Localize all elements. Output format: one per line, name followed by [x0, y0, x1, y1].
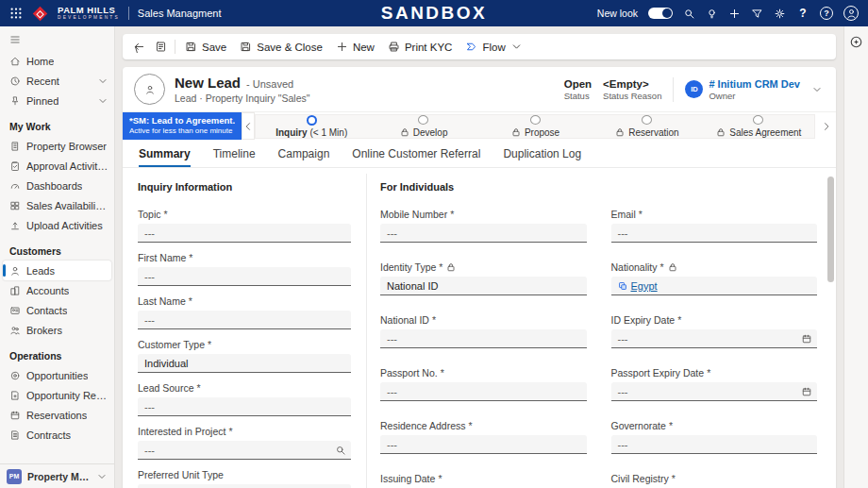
owner-avatar: ID — [685, 80, 703, 98]
new-look-toggle[interactable] — [648, 8, 673, 19]
chevron-down-icon[interactable] — [97, 95, 108, 107]
area-switcher[interactable]: PM Property Manage... — [0, 463, 114, 488]
copilot-icon[interactable] — [849, 35, 863, 488]
app-name[interactable]: Sales Managment — [138, 8, 222, 19]
identity-type-input[interactable]: National ID — [380, 277, 587, 295]
user-avatar[interactable] — [843, 6, 859, 21]
status-field: Open Status — [564, 78, 592, 101]
page-title: New Lead — [175, 75, 241, 91]
email-input[interactable]: --- — [611, 224, 818, 243]
chevron-down-icon — [510, 41, 523, 53]
last-name-input[interactable]: --- — [138, 311, 351, 329]
form-body: Inquiry Information Topic* --- First Nam… — [123, 168, 836, 488]
app-launcher-icon[interactable] — [9, 7, 23, 20]
bpf-stage-propose[interactable]: Propose — [479, 115, 591, 138]
sidebar-item-accounts[interactable]: Accounts — [0, 280, 114, 300]
tab-timeline[interactable]: Timeline — [213, 147, 256, 167]
header-divider — [673, 77, 674, 102]
sidebar-item-leads[interactable]: Leads — [3, 261, 111, 280]
filter-icon[interactable] — [751, 8, 763, 20]
print-kyc-button[interactable]: Print KYC — [381, 37, 459, 57]
calendar-icon — [9, 410, 21, 421]
search-icon[interactable] — [335, 445, 346, 456]
new-button[interactable]: New — [329, 37, 381, 57]
search-icon[interactable] — [683, 8, 695, 20]
sidebar-item-pinned[interactable]: Pinned — [0, 91, 114, 110]
bpf-stage-inquiry[interactable]: Inquiry (< 1 Min) — [256, 115, 367, 138]
business-process-flow: *SM: Lead to Agreement... Active for les… — [123, 111, 836, 141]
sidebar-item-property-browser[interactable]: Property Browser — [0, 136, 114, 156]
field-passport-no: Passport No.* --- — [380, 367, 587, 401]
nationality-input[interactable]: Egypt — [611, 277, 818, 295]
chevron-down-icon[interactable] — [97, 76, 108, 87]
first-name-input[interactable]: --- — [138, 267, 351, 286]
sidebar-section-my-work: My Work — [0, 110, 114, 136]
id-expiry-date-input[interactable]: --- — [611, 329, 818, 348]
sidebar-item-dashboards[interactable]: Dashboards — [0, 176, 114, 195]
tab-duplication-log[interactable]: Duplication Log — [503, 147, 581, 167]
required-marker: * — [208, 339, 211, 350]
header-chevron-icon[interactable] — [811, 84, 823, 95]
bpf-collapse-button[interactable] — [242, 112, 255, 140]
gear-icon[interactable] — [774, 8, 786, 20]
bpf-stage-sales-agreement[interactable]: Sales Agreement — [703, 115, 814, 138]
bpf-next-button[interactable] — [821, 112, 832, 141]
sidebar-item-home[interactable]: Home — [0, 51, 114, 71]
field-governorate: Governorate* --- — [611, 420, 818, 454]
field-email: Email* --- — [611, 209, 818, 243]
residence-address-input[interactable]: --- — [380, 435, 587, 454]
gauge-icon — [9, 180, 21, 192]
sidebar-item-opportunity-requests[interactable]: Opportunity Requ... — [0, 385, 114, 405]
sidebar-item-brokers[interactable]: Brokers — [0, 320, 114, 340]
save-button[interactable]: Save — [178, 37, 233, 57]
command-bar: Save Save & Close New Print KYC Flow — [123, 34, 836, 59]
site-map-sidebar: Home Recent Pinned My Work Property Brow… — [0, 26, 115, 488]
lead-source-input[interactable]: --- — [138, 397, 351, 416]
bpf-active-stage-flyout[interactable]: *SM: Lead to Agreement... Active for les… — [123, 112, 242, 140]
calendar-icon[interactable] — [801, 386, 812, 397]
plus-icon[interactable] — [728, 8, 741, 20]
topic-input[interactable]: --- — [138, 224, 351, 243]
field-last-name: Last Name* --- — [138, 295, 351, 329]
sidebar-item-approval-activities[interactable]: Approval Activities — [0, 156, 114, 176]
passport-no-input[interactable]: --- — [380, 382, 587, 401]
owner-link[interactable]: # Initium CRM Dev — [709, 78, 800, 90]
brand-name: PALM HILLS DEVELOPMENTS — [58, 6, 120, 21]
form-icon[interactable] — [150, 37, 172, 57]
tab-online-customer-referral[interactable]: Online Customer Referral — [352, 147, 480, 167]
preferred-unit-type-input[interactable]: --- — [138, 484, 351, 488]
sidebar-item-upload-activities[interactable]: Upload Activities — [0, 215, 114, 235]
required-marker: * — [438, 473, 442, 484]
sidebar-item-reservations[interactable]: Reservations — [0, 405, 114, 425]
save-and-close-button[interactable]: Save & Close — [233, 37, 329, 57]
sidebar-item-sales-availability[interactable]: Sales Availability R... — [0, 195, 114, 215]
governorate-input[interactable]: --- — [611, 435, 818, 454]
bpf-stage-develop[interactable]: Develop — [367, 115, 478, 138]
tab-campaign[interactable]: Campaign — [278, 147, 330, 167]
command-bar-divider — [175, 40, 175, 54]
nationality-value-link[interactable]: Egypt — [631, 280, 658, 292]
customer-type-input[interactable]: Individual — [138, 354, 351, 373]
lightbulb-icon[interactable] — [706, 8, 718, 20]
feedback-icon[interactable] — [820, 7, 833, 20]
mobile-number-input[interactable]: --- — [380, 224, 587, 243]
unsaved-indicator: - Unsaved — [246, 78, 293, 90]
sidebar-item-contracts[interactable]: Contracts — [0, 425, 114, 445]
interested-in-project-input[interactable]: --- — [138, 441, 351, 460]
national-id-input[interactable]: --- — [380, 329, 587, 348]
calendar-icon[interactable] — [801, 333, 812, 345]
help-icon[interactable] — [796, 7, 810, 20]
record-subtitle[interactable]: Lead · Property Inquiry "Sales" — [175, 93, 309, 104]
form-scrollbar[interactable] — [827, 173, 834, 484]
flow-button[interactable]: Flow — [459, 37, 528, 57]
sidebar-item-contacts[interactable]: Contacts — [0, 300, 114, 320]
hamburger-menu-icon[interactable] — [0, 26, 114, 51]
sidebar-item-opportunities[interactable]: Opportunities — [0, 365, 114, 385]
bpf-stage-reservation[interactable]: Reservation — [591, 115, 702, 138]
scrollbar-thumb[interactable] — [827, 177, 834, 282]
field-topic: Topic* --- — [138, 209, 351, 243]
back-button[interactable] — [128, 37, 150, 57]
sidebar-item-recent[interactable]: Recent — [0, 71, 114, 91]
passport-expiry-date-input[interactable]: --- — [611, 382, 818, 401]
tab-summary[interactable]: Summary — [139, 147, 191, 167]
